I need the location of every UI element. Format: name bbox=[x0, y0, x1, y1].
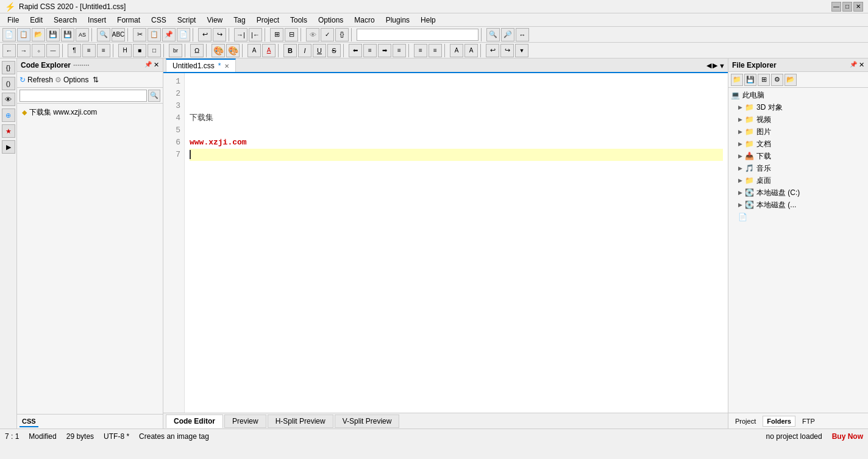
validate-btn[interactable]: ✓ bbox=[321, 28, 334, 41]
bottom-tab-preview[interactable]: Preview bbox=[224, 415, 266, 428]
menu-options[interactable]: Options bbox=[313, 15, 348, 26]
editor-prev-btn[interactable]: ◀ bbox=[706, 62, 711, 69]
para-btn[interactable]: ¶ bbox=[68, 44, 81, 57]
fe-item-file[interactable]: 📄 bbox=[728, 211, 868, 223]
menu-macro[interactable]: Macro bbox=[349, 15, 379, 26]
left-align-btn[interactable]: ⬅ bbox=[349, 44, 362, 57]
fe-pin-btn[interactable]: 📌 bbox=[850, 61, 857, 69]
bottom-tab-vsplit[interactable]: V-Split Preview bbox=[335, 415, 400, 428]
fe-item-docs[interactable]: ▶ 📁 文档 bbox=[728, 138, 868, 150]
italic-btn[interactable]: I bbox=[298, 44, 311, 57]
color-btn[interactable]: 🎨 bbox=[212, 44, 225, 57]
special1-btn[interactable]: A bbox=[450, 44, 463, 57]
menu-script[interactable]: Script bbox=[173, 15, 201, 26]
saveas-button[interactable]: AS bbox=[76, 28, 89, 41]
fe-new-folder-btn[interactable]: 📁 bbox=[731, 74, 743, 86]
menu-plugins[interactable]: Plugins bbox=[381, 15, 414, 26]
code-btn[interactable]: {} bbox=[335, 28, 349, 41]
fe-save-btn[interactable]: 💾 bbox=[744, 74, 756, 86]
open-button[interactable]: 📂 bbox=[32, 28, 45, 41]
ce-search-input[interactable] bbox=[20, 90, 147, 102]
preview-btn[interactable]: 👁 bbox=[306, 28, 319, 41]
search2-btn[interactable]: 🔍 bbox=[486, 28, 500, 41]
save-button[interactable]: 💾 bbox=[46, 28, 60, 41]
menu-help[interactable]: Help bbox=[416, 15, 441, 26]
ce-refresh-label[interactable]: Refresh bbox=[27, 76, 53, 84]
undo-btn[interactable]: ↩ bbox=[198, 28, 212, 41]
fe-expand-diskc[interactable]: ▶ bbox=[738, 190, 742, 196]
fontcolor-btn[interactable]: A bbox=[262, 44, 276, 57]
menu-tag[interactable]: Tag bbox=[229, 15, 250, 26]
menu-css[interactable]: CSS bbox=[146, 15, 171, 26]
dot-btn[interactable]: ⬦ bbox=[32, 44, 45, 57]
search-btn[interactable]: 🔍 bbox=[97, 28, 110, 41]
new-button[interactable]: 📄 bbox=[2, 28, 16, 41]
sidebar-star-icon[interactable]: ★ bbox=[2, 124, 15, 138]
editor-next-btn[interactable]: ▶ bbox=[713, 62, 717, 69]
new2-button[interactable]: 📋 bbox=[17, 28, 30, 41]
h-btn[interactable]: H bbox=[118, 44, 132, 57]
block2-btn[interactable]: □ bbox=[148, 44, 161, 57]
fe-item-disk-c[interactable]: ▶ 💽 本地磁盘 (C:) bbox=[728, 187, 868, 199]
redo-btn[interactable]: ↪ bbox=[213, 28, 226, 41]
save2-button[interactable]: 💾 bbox=[61, 28, 74, 41]
paste2-btn[interactable]: 📄 bbox=[177, 28, 190, 41]
list2-btn[interactable]: ≡ bbox=[429, 44, 442, 57]
omega-btn[interactable]: Ω bbox=[190, 44, 204, 57]
editor-tab-untitled[interactable]: Untitled1.css * ✕ bbox=[166, 59, 236, 72]
fe-browse-btn[interactable]: 📂 bbox=[784, 74, 797, 86]
br-btn[interactable]: br bbox=[169, 44, 182, 57]
fe-item-music[interactable]: ▶ 🎵 音乐 bbox=[728, 162, 868, 174]
center-align-btn[interactable]: ≡ bbox=[363, 44, 377, 57]
fe-expand-docs[interactable]: ▶ bbox=[738, 141, 742, 147]
fe-expand-desk[interactable]: ▶ bbox=[738, 177, 742, 183]
ce-search-btn[interactable]: 🔍 bbox=[148, 90, 160, 102]
ce-tab-css[interactable]: CSS bbox=[20, 416, 38, 427]
menu-insert[interactable]: Insert bbox=[83, 15, 111, 26]
fe-tab-ftp[interactable]: FTP bbox=[798, 416, 819, 427]
fe-tab-folders[interactable]: Folders bbox=[763, 416, 795, 427]
bottom-tab-code-editor[interactable]: Code Editor bbox=[166, 415, 223, 428]
align-btn[interactable]: ≡ bbox=[82, 44, 96, 57]
indent-btn[interactable]: →| bbox=[234, 28, 247, 41]
dash-btn[interactable]: — bbox=[46, 44, 60, 57]
ce-item-0[interactable]: ◆ 下载集 www.xzji.com bbox=[20, 106, 160, 119]
undo2-btn[interactable]: ↩ bbox=[486, 44, 499, 57]
fe-view-btn[interactable]: ⊞ bbox=[758, 74, 770, 86]
menu-view[interactable]: View bbox=[202, 15, 227, 26]
tab-close-btn[interactable]: ✕ bbox=[224, 63, 229, 69]
fe-settings-btn[interactable]: ⚙ bbox=[771, 74, 783, 86]
fe-expand-diskd[interactable]: ▶ bbox=[738, 202, 742, 208]
redo2-btn[interactable]: ↪ bbox=[500, 44, 514, 57]
menu-format[interactable]: Format bbox=[112, 15, 145, 26]
menu-file[interactable]: File bbox=[2, 15, 24, 26]
fwd-btn[interactable]: → bbox=[17, 44, 30, 57]
ce-sort-btn[interactable]: ⇅ bbox=[93, 76, 99, 84]
maximize-button[interactable]: □ bbox=[842, 2, 852, 12]
fe-item-download[interactable]: ▶ 📥 下载 bbox=[728, 150, 868, 162]
special2-btn[interactable]: A bbox=[464, 44, 478, 57]
color2-btn[interactable]: 🎨 bbox=[226, 44, 240, 57]
wrap2-btn[interactable]: ⊟ bbox=[285, 28, 298, 41]
back-btn[interactable]: ← bbox=[2, 44, 16, 57]
fe-close-btn[interactable]: ✕ bbox=[859, 61, 864, 69]
fe-expand-video[interactable]: ▶ bbox=[738, 116, 742, 123]
fe-tab-project[interactable]: Project bbox=[731, 416, 760, 427]
bottom-tab-hsplit[interactable]: H-Split Preview bbox=[268, 415, 333, 428]
menu-tools[interactable]: Tools bbox=[285, 15, 312, 26]
buy-now-button[interactable]: Buy Now bbox=[832, 432, 863, 441]
ce-close-btn[interactable]: ✕ bbox=[154, 61, 159, 69]
fe-item-pc[interactable]: 💻 此电脑 bbox=[728, 89, 868, 101]
sidebar-curly-icon[interactable]: () bbox=[2, 77, 15, 90]
more-btn[interactable]: ▼ bbox=[515, 44, 528, 57]
minimize-button[interactable]: — bbox=[831, 2, 841, 12]
wrap-btn[interactable]: ⊞ bbox=[270, 28, 283, 41]
fe-item-disk-d[interactable]: ▶ 💽 本地磁盘 (... bbox=[728, 199, 868, 211]
strike-btn[interactable]: S bbox=[327, 44, 341, 57]
ce-options-label[interactable]: Options bbox=[63, 76, 88, 84]
code-content[interactable]: 下载集 www.xzji.com bbox=[185, 73, 728, 413]
fe-expand-pics[interactable]: ▶ bbox=[738, 129, 742, 135]
list-btn[interactable]: ≡ bbox=[414, 44, 427, 57]
fe-expand-3d[interactable]: ▶ bbox=[738, 104, 742, 110]
outdent-btn[interactable]: |← bbox=[249, 28, 262, 41]
